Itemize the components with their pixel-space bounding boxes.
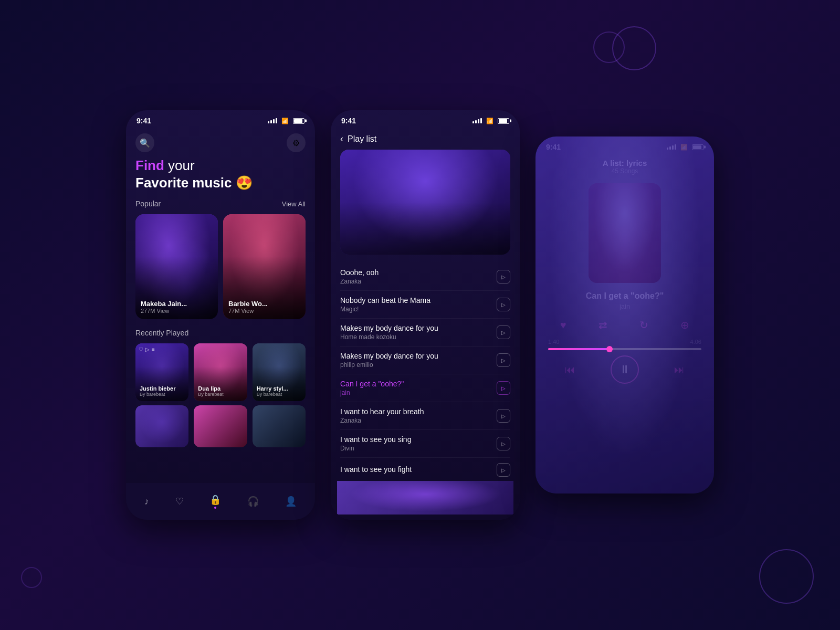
pi-info-6: I want to hear your breath Zanaka xyxy=(340,407,497,424)
heart-icon: ♡ xyxy=(139,346,143,352)
phone-2: 9:41 📶 ‹ Play list Ooohe, ooh Zanaka xyxy=(331,110,520,520)
recent-info-harry: Harry styl... By barebeat xyxy=(257,385,288,397)
playlist-item-5[interactable]: Can I get a "oohe?" jain ▷ xyxy=(340,374,510,402)
nav-favorites[interactable]: ♡ xyxy=(175,496,184,507)
nav-music[interactable]: ♪ xyxy=(144,496,149,507)
recent-card-harry[interactable]: Harry styl... By barebeat xyxy=(253,343,306,401)
recent-by-justin: By barebeat xyxy=(140,392,175,397)
playlist-item-2[interactable]: Nobody can beat the Mama Magic! ▷ xyxy=(340,291,510,319)
extra-card-1[interactable] xyxy=(135,405,188,447)
search-icon: 🔍 xyxy=(140,138,150,148)
status-icons-1: 📶 xyxy=(268,118,304,124)
mini-player[interactable]: Can I get a "oohe?" jain ⏸ xyxy=(337,481,513,514)
play-icon: ▷ xyxy=(145,346,150,352)
playlist-header: ‹ Play list xyxy=(331,128,520,150)
battery-icon-2 xyxy=(498,118,509,124)
pi-info-1: Ooohe, ooh Zanaka xyxy=(340,268,497,285)
pi-play-5[interactable]: ▷ xyxy=(497,381,510,395)
status-bar-2: 9:41 📶 xyxy=(331,110,520,128)
carousel-right[interactable] xyxy=(666,196,706,270)
extra-card-3[interactable] xyxy=(253,405,306,447)
playlist-item-6[interactable]: I want to hear your breath Zanaka ▷ xyxy=(340,402,510,430)
signal-icon xyxy=(268,118,277,123)
recent-card-justin[interactable]: ♡ ▷ ≡ Justin bieber By barebeat xyxy=(135,343,188,401)
search-button[interactable]: 🔍 xyxy=(135,133,154,152)
popular-card-info-makeba: Makeba Jain... 277M View xyxy=(141,300,187,314)
card-views-makeba: 277M View xyxy=(141,308,187,314)
pi-play-1[interactable]: ▷ xyxy=(497,270,510,284)
extra-card-2[interactable] xyxy=(194,405,247,447)
playlist-items: Ooohe, ooh Zanaka ▷ Nobody can beat the … xyxy=(331,263,520,482)
recent-by-dua: By barebeat xyxy=(198,392,224,397)
mini-thumbnail xyxy=(345,487,368,509)
pi-info-8: I want to see you fight xyxy=(340,465,497,475)
pi-info-7: I want to see you sing Divin xyxy=(340,435,497,452)
playlist-item-1[interactable]: Ooohe, ooh Zanaka ▷ xyxy=(340,263,510,291)
playlist-item-3[interactable]: Makes my body dance for you Home made ko… xyxy=(340,319,510,346)
heart-nav-icon: ♡ xyxy=(175,496,184,507)
playlist-title: Play list xyxy=(348,134,376,144)
pi-title-7: I want to see you sing xyxy=(340,435,497,444)
pi-info-2: Nobody can beat the Mama Magic! xyxy=(340,296,497,313)
progress-thumb[interactable] xyxy=(606,346,613,352)
play-nav-icon: 🔒 xyxy=(209,494,221,506)
popular-card-info-barbie: Barbie Wo... 77M View xyxy=(228,300,268,314)
popular-card-makeba[interactable]: Makeba Jain... 277M View xyxy=(135,214,218,319)
nav-profile[interactable]: 👤 xyxy=(285,496,297,507)
pi-play-6[interactable]: ▷ xyxy=(497,409,510,423)
pi-artist-2: Magic! xyxy=(340,306,497,313)
pi-artist-7: Divin xyxy=(340,445,497,452)
recently-section: Recently Played ♡ ▷ ≡ Justin bieber By b… xyxy=(126,329,315,401)
headline: Find your Favorite music 😍 xyxy=(126,158,315,191)
recent-name-justin: Justin bieber xyxy=(140,385,175,392)
playlist-item-4[interactable]: Makes my body dance for you philip emili… xyxy=(340,346,510,374)
headline-your: your xyxy=(164,158,195,173)
phone-3: 9:41 📶 A list: lyrics 45 Songs xyxy=(536,136,714,494)
battery-icon xyxy=(293,118,304,124)
settings-button[interactable]: ⚙ xyxy=(287,133,306,152)
phone-1: 9:41 📶 🔍 ⚙ Find your Favorite music 😍 xyxy=(126,110,315,520)
top-action-bar: 🔍 ⚙ xyxy=(126,128,315,158)
back-button[interactable]: ‹ xyxy=(340,133,343,144)
pi-info-5: Can I get a "oohe?" jain xyxy=(340,380,497,396)
extra-cards-row xyxy=(126,401,315,447)
playlist-item-8[interactable]: I want to see you fight ▷ xyxy=(340,458,510,482)
pi-play-3[interactable]: ▷ xyxy=(497,326,510,339)
status-time-1: 9:41 xyxy=(136,117,151,125)
playlist-item-7[interactable]: I want to see you sing Divin ▷ xyxy=(340,430,510,458)
pi-info-4: Makes my body dance for you philip emili… xyxy=(340,352,497,369)
card-views-barbie: 77M View xyxy=(228,308,268,314)
progress-fill xyxy=(548,348,610,350)
pi-play-4[interactable]: ▷ xyxy=(497,353,510,367)
pi-artist-6: Zanaka xyxy=(340,417,497,424)
card-name-barbie: Barbie Wo... xyxy=(228,300,268,308)
pi-play-7[interactable]: ▷ xyxy=(497,437,510,450)
headline-favorite: Favorite music 😍 xyxy=(135,175,306,191)
recent-card-dua[interactable]: Dua lipa By barebeat xyxy=(194,343,247,401)
album-carousel xyxy=(544,183,706,283)
bottom-nav: ♪ ♡ 🔒 🎧 👤 xyxy=(126,483,315,520)
recent-name-dua: Dua lipa xyxy=(198,385,224,392)
recently-header: Recently Played xyxy=(126,329,315,337)
status-icons-2: 📶 xyxy=(472,118,509,124)
recent-by-harry: By barebeat xyxy=(257,392,288,397)
pi-title-8: I want to see you fight xyxy=(340,465,497,474)
pi-play-2[interactable]: ▷ xyxy=(497,298,510,311)
pi-info-3: Makes my body dance for you Home made ko… xyxy=(340,324,497,341)
popular-grid: Makeba Jain... 277M View Barbie Wo... 77… xyxy=(126,214,315,319)
nav-headphones[interactable]: 🎧 xyxy=(247,496,259,507)
card-name-makeba: Makeba Jain... xyxy=(141,300,187,308)
pi-artist-3: Home made kozoku xyxy=(340,333,497,341)
view-all-button[interactable]: View All xyxy=(282,200,306,208)
popular-label: Popular xyxy=(135,200,161,208)
pi-title-5: Can I get a "oohe?" xyxy=(340,380,497,388)
progress-track[interactable] xyxy=(548,348,701,350)
pi-artist-4: philip emilio xyxy=(340,361,497,369)
pi-play-8[interactable]: ▷ xyxy=(497,463,510,477)
nav-play[interactable]: 🔒 xyxy=(209,494,221,509)
pi-title-4: Makes my body dance for you xyxy=(340,352,497,360)
recent-info-dua: Dua lipa By barebeat xyxy=(198,385,224,397)
recent-name-harry: Harry styl... xyxy=(257,385,288,392)
pi-title-2: Nobody can beat the Mama xyxy=(340,296,497,304)
popular-card-barbie[interactable]: Barbie Wo... 77M View xyxy=(223,214,306,319)
